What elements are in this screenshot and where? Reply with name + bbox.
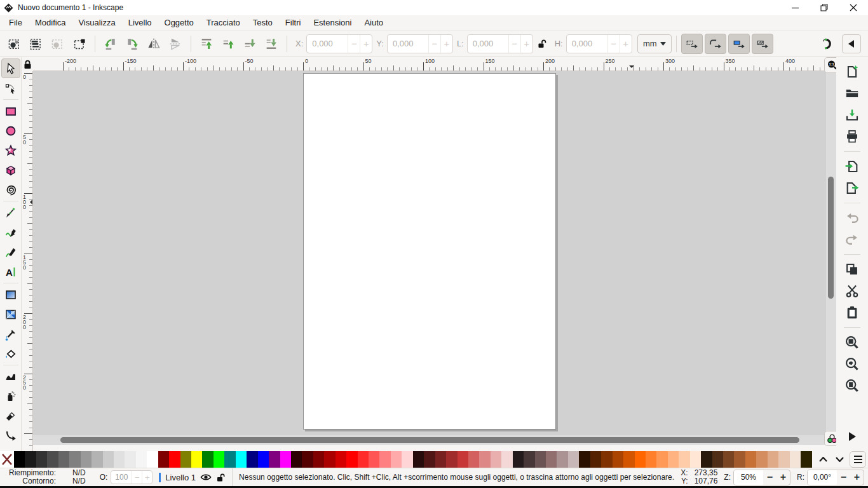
new-document-button[interactable] [845,65,859,79]
palette-swatch[interactable] [535,451,546,468]
palette-swatch[interactable] [180,451,191,468]
palette-swatch[interactable] [369,451,379,468]
flip-vertical-button[interactable] [165,33,186,55]
cut-button[interactable] [845,284,859,298]
palette-swatch[interactable] [313,451,324,468]
palette-swatch[interactable] [336,451,346,468]
palette-swatch[interactable] [58,451,69,468]
rotation-increment[interactable]: + [850,470,864,485]
menu-filtri[interactable]: Filtri [279,16,308,29]
palette-swatch[interactable] [491,451,501,468]
opacity-increment[interactable]: + [142,471,152,484]
zoom-selection-button[interactable] [845,336,859,349]
tool-selector[interactable] [1,58,20,78]
zoom-increment[interactable]: + [776,470,790,485]
palette-swatch[interactable] [701,451,712,468]
open-document-button[interactable] [845,86,859,100]
zoom-drawing-button[interactable] [845,357,859,371]
maximize-button[interactable] [810,0,839,15]
select-all-layers-button[interactable] [25,33,47,55]
palette-menu-button[interactable] [850,451,866,468]
palette-swatch[interactable] [158,451,169,468]
palette-swatch[interactable] [723,451,734,468]
palette-swatch[interactable] [424,451,435,468]
palette-swatch[interactable] [358,451,369,468]
x-input[interactable]: 0,000−+ [306,34,372,53]
palette-swatch[interactable] [501,451,512,468]
palette-swatch[interactable] [590,451,601,468]
y-decrement[interactable]: − [428,35,440,53]
palette-swatch[interactable] [557,451,567,468]
vertical-scrollbar-thumb[interactable] [828,177,834,299]
import-button[interactable] [845,159,859,173]
palette-swatch[interactable] [125,451,135,468]
lock-ratio-button[interactable] [533,33,551,55]
rotation-decrement[interactable]: − [837,470,850,485]
undo-button[interactable] [845,211,859,225]
redo-button[interactable] [845,233,859,247]
palette-swatch[interactable] [92,451,102,468]
save-document-button[interactable] [845,108,859,122]
tool-star[interactable] [1,140,20,160]
zoom-page-button[interactable] [845,379,859,393]
paste-button[interactable] [845,306,859,320]
palette-swatch[interactable] [546,451,557,468]
tool-eraser[interactable] [1,406,20,426]
x-decrement[interactable]: − [348,35,360,53]
tool-3d-box[interactable] [1,160,20,180]
width-increment[interactable]: + [520,35,532,53]
palette-swatch[interactable] [778,451,789,468]
palette-swatch[interactable] [734,451,745,468]
menu-estensioni[interactable]: Estensioni [307,16,358,29]
palette-swatch[interactable] [258,451,269,468]
tool-spray[interactable] [1,386,20,406]
palette-swatch[interactable] [169,451,180,468]
palette-swatch[interactable] [114,451,125,468]
menu-file[interactable]: File [3,16,29,29]
move-patterns-toggle[interactable] [752,34,773,54]
tool-tweak[interactable] [1,367,20,386]
fill-stroke-indicator[interactable]: Riempimento: N/D Contorno: N/D [4,469,86,485]
lower-to-bottom-button[interactable] [261,33,282,55]
tool-mesh-gradient[interactable] [1,304,20,324]
palette-swatch[interactable] [679,451,689,468]
opacity-decrement[interactable]: − [132,471,142,484]
palette-swatch[interactable] [513,451,524,468]
palette-swatch[interactable] [712,451,723,468]
palette-swatch[interactable] [81,451,92,468]
zoom-decrement[interactable]: − [763,470,776,485]
palette-swatch[interactable] [280,451,291,468]
palette-swatch[interactable] [524,451,534,468]
tool-paint-bucket[interactable] [1,344,20,363]
palette-swatch[interactable] [191,451,202,468]
tool-pen[interactable] [1,203,20,222]
palette-swatch[interactable] [468,451,479,468]
menu-tracciato[interactable]: Tracciato [200,16,247,29]
tool-calligraphy[interactable] [1,242,20,262]
palette-swatch[interactable] [790,451,801,468]
height-input[interactable]: 0,000−+ [566,34,632,53]
menu-testo[interactable]: Testo [247,16,279,29]
opacity-input[interactable]: 100−+ [111,470,153,484]
palette-swatch[interactable] [236,451,247,468]
palette-swatch[interactable] [656,451,667,468]
height-increment[interactable]: + [620,35,632,53]
menu-livello[interactable]: Livello [122,16,158,29]
palette-swatch[interactable] [47,451,58,468]
palette-none-swatch[interactable] [0,451,14,468]
tool-pencil[interactable] [1,222,20,242]
palette-scroll-down-button[interactable] [831,451,848,468]
palette-swatch[interactable] [646,451,656,468]
export-button[interactable] [845,181,859,195]
vertical-ruler[interactable]: 05 01 0 01 5 02 0 02 5 0 [22,71,33,451]
palette-swatch[interactable] [224,451,235,468]
palette-swatch[interactable] [768,451,778,468]
print-button[interactable] [845,130,859,144]
palette-swatch[interactable] [402,451,412,468]
minimize-button[interactable] [780,0,810,15]
width-input[interactable]: 0,000−+ [467,34,533,53]
scale-stroke-toggle[interactable] [681,34,703,54]
zoom-input[interactable]: 50% [734,470,763,485]
rotate-ccw-button[interactable] [100,33,121,55]
deselect-button[interactable] [47,33,69,55]
